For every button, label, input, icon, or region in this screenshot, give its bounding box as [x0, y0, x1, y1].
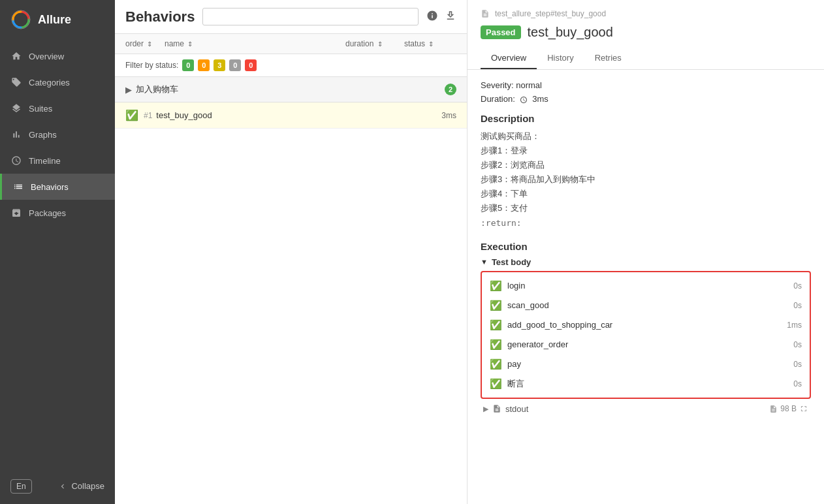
filter-badge-passed[interactable]: 0 [182, 59, 194, 71]
step-duration-pay: 0s [793, 360, 802, 369]
stdout-size-value: 98 B [780, 404, 797, 413]
sidebar-item-suites[interactable]: Suites [0, 95, 115, 121]
filter-badge-skipped[interactable]: 0 [229, 59, 241, 71]
sidebar-item-packages[interactable]: Packages [0, 200, 115, 226]
sidebar-item-packages-label: Packages [29, 208, 66, 218]
step-passed-icon-6: ✅ [490, 378, 502, 390]
list-icon [12, 181, 24, 193]
test-body-header[interactable]: ▼ Test body [481, 257, 811, 267]
svg-point-0 [12, 10, 30, 29]
sidebar-item-overview[interactable]: Overview [0, 43, 115, 69]
test-duration: 3ms [441, 111, 456, 120]
col-name-header[interactable]: name ⇕ [165, 39, 345, 48]
sidebar-nav: Overview Categories Suites Graphs Timeli… [0, 39, 115, 468]
test-body-label: Test body [492, 257, 531, 267]
step-duration-assertion: 0s [793, 379, 802, 388]
group-count: 2 [445, 84, 456, 95]
header-icons [426, 10, 456, 24]
breadcrumb-icon [481, 9, 490, 18]
severity-value: normal [516, 80, 542, 90]
step-duration-scan-good: 0s [793, 301, 802, 310]
group-name: 加入购物车 [136, 84, 445, 95]
col-order-header[interactable]: order ⇕ [125, 39, 165, 48]
step-row-assertion: ✅ 断言 0s [482, 374, 810, 394]
table-header: order ⇕ name ⇕ duration ⇕ status ⇕ [115, 34, 467, 54]
step-name-login: login [507, 281, 793, 291]
sidebar-item-graphs-label: Graphs [29, 130, 57, 140]
sidebar-item-overview-label: Overview [29, 52, 64, 61]
col-duration-header[interactable]: duration ⇕ [345, 39, 404, 48]
layers-icon [10, 102, 22, 114]
filter-label: Filter by status: [125, 61, 178, 70]
search-input[interactable] [202, 8, 419, 25]
sidebar-logo-text: Allure [38, 13, 71, 27]
right-body: Severity: normal Duration: 3ms Descripti… [467, 70, 824, 504]
expand-icon[interactable] [799, 404, 808, 413]
filter-badge-broken[interactable]: 0 [198, 59, 210, 71]
duration-row: Duration: 3ms [481, 94, 811, 104]
sidebar-item-behaviors[interactable]: Behaviors [0, 174, 115, 200]
bar-chart-icon [10, 129, 22, 140]
right-tabs: Overview History Retries [481, 48, 811, 69]
behaviors-header: Behaviors [115, 0, 467, 34]
test-num: #1 [144, 111, 152, 120]
tag-icon [10, 76, 22, 88]
right-header: test_allure_step#test_buy_good Passed te… [467, 0, 824, 70]
right-panel: test_allure_step#test_buy_good Passed te… [467, 0, 824, 504]
sidebar-item-timeline-label: Timeline [29, 156, 61, 166]
duration-sort-arrow: ⇕ [377, 40, 383, 48]
stdout-size-icon [769, 405, 778, 413]
desc-line-3: 步骤3：将商品加入到购物车中 [481, 172, 811, 187]
detail-test-title: test_buy_good [528, 25, 613, 40]
test-body-steps: ✅ login 0s ✅ scan_good 0s ✅ add_good_to_… [481, 271, 811, 399]
order-sort-arrow: ⇕ [147, 40, 152, 48]
sidebar-item-timeline[interactable]: Timeline [0, 148, 115, 174]
breadcrumb: test_allure_step#test_buy_good [481, 9, 811, 18]
tab-history[interactable]: History [537, 48, 584, 69]
sidebar-bottom: En Collapse [0, 468, 115, 504]
test-passed-icon: ✅ [125, 109, 138, 121]
tab-overview[interactable]: Overview [481, 48, 537, 69]
sidebar-item-graphs[interactable]: Graphs [0, 121, 115, 148]
sidebar-item-behaviors-label: Behaviors [31, 182, 69, 192]
lang-button[interactable]: En [10, 479, 32, 494]
allure-logo-icon [10, 9, 31, 30]
name-sort-arrow: ⇕ [187, 40, 193, 48]
step-row-pay: ✅ pay 0s [482, 354, 810, 374]
stdout-size: 98 B [769, 404, 808, 413]
step-passed-icon-4: ✅ [490, 339, 502, 351]
step-passed-icon-5: ✅ [490, 358, 502, 370]
step-name-assertion: 断言 [507, 378, 793, 390]
step-row-login: ✅ login 0s [482, 276, 810, 296]
collapse-button[interactable]: Collapse [58, 476, 104, 496]
step-duration-add-good: 1ms [787, 321, 802, 330]
desc-line-6: :return: [481, 216, 811, 230]
info-icon[interactable] [426, 10, 438, 24]
col-status-header[interactable]: status ⇕ [404, 39, 456, 48]
desc-line-2: 步骤2：浏览商品 [481, 158, 811, 172]
package-icon [10, 207, 22, 219]
download-icon[interactable] [445, 10, 456, 24]
tab-retries[interactable]: Retries [584, 48, 632, 69]
step-duration-generator-order: 0s [793, 340, 802, 349]
duration-clock-icon [520, 96, 528, 104]
stdout-chevron-icon: ▶ [483, 405, 488, 413]
sidebar: Allure Overview Categories Suites Graphs [0, 0, 115, 504]
filter-badge-failed[interactable]: 0 [245, 59, 257, 71]
sidebar-logo: Allure [0, 0, 115, 39]
sidebar-item-categories[interactable]: Categories [0, 69, 115, 95]
step-name-add-good: add_good_to_shopping_car [507, 320, 787, 330]
desc-line-5: 步骤5：支付 [481, 201, 811, 215]
test-body-chevron-icon: ▼ [481, 258, 488, 266]
status-sort-arrow: ⇕ [428, 40, 434, 48]
sidebar-item-categories-label: Categories [29, 78, 70, 87]
group-row[interactable]: ▶ 加入购物车 2 [115, 77, 467, 102]
group-chevron-icon: ▶ [125, 85, 132, 95]
desc-line-0: 测试购买商品： [481, 129, 811, 144]
filter-badge-unknown[interactable]: 3 [214, 59, 225, 71]
behaviors-list: ▶ 加入购物车 2 ✅ #1 test_buy_good 3ms [115, 77, 467, 504]
stdout-row[interactable]: ▶ stdout 98 B [481, 399, 811, 419]
table-row[interactable]: ✅ #1 test_buy_good 3ms [115, 102, 467, 129]
step-name-generator-order: generator_order [507, 339, 793, 349]
passed-badge: Passed [481, 25, 521, 39]
